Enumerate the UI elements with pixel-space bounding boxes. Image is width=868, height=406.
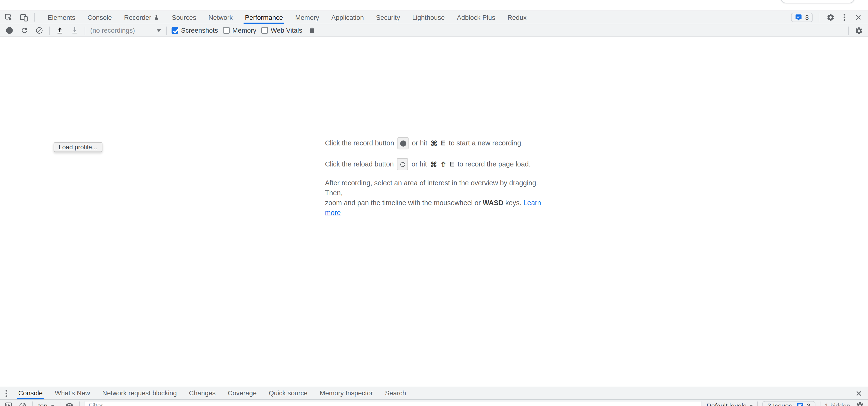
performance-panel: Load profile... Click the record button …: [0, 137, 868, 387]
record-button[interactable]: [4, 25, 14, 35]
issues-counter-button[interactable]: 3: [791, 13, 812, 22]
devtools-window: Elements Console Recorder Sources Networ…: [0, 0, 868, 406]
reload-instruction-row: Click the reload button or hit ⌘ ⇧ E to …: [325, 158, 543, 170]
close-drawer-icon[interactable]: [855, 387, 868, 399]
tabbar-tools: [0, 11, 37, 24]
shift-key-glyph: ⇧: [440, 160, 446, 168]
performance-landing-instructions: Click the record button or hit ⌘ E to st…: [325, 137, 543, 218]
cmd-key-glyph: ⌘: [431, 139, 438, 147]
log-levels-select[interactable]: Default levels: [707, 402, 753, 406]
separator: [34, 13, 35, 22]
settings-gear-icon[interactable]: [826, 12, 835, 22]
wasd-keys: WASD: [483, 199, 503, 207]
performance-toolbar: (no recordings) Screenshots Memory Web V…: [0, 25, 868, 37]
memory-checkbox[interactable]: Memory: [223, 27, 256, 34]
cmd-key-glyph: ⌘: [430, 160, 437, 168]
separator: [166, 26, 166, 35]
checkbox-unchecked-icon: [223, 27, 229, 34]
record-button-illustration[interactable]: [397, 137, 409, 149]
console-filter-input[interactable]: [84, 401, 702, 406]
garbage-collect-icon[interactable]: [307, 25, 317, 35]
drawer-tabbar: Console What's New Network request block…: [0, 387, 868, 400]
separator: [79, 401, 80, 406]
e-key-glyph: E: [450, 161, 454, 168]
close-devtools-icon[interactable]: [853, 12, 863, 22]
device-toolbar-icon[interactable]: [19, 12, 29, 22]
console-toolbar: top Default levels 3 Issues: 3 1 hidden: [0, 400, 868, 406]
drawer-tab-memory-inspector[interactable]: Memory Inspector: [314, 387, 379, 399]
screenshots-checkbox[interactable]: Screenshots: [172, 27, 218, 34]
chevron-down-icon: [157, 29, 161, 32]
recordings-select[interactable]: (no recordings): [90, 27, 161, 34]
drawer-menu-icon[interactable]: [0, 387, 12, 399]
clear-console-icon[interactable]: [18, 401, 28, 406]
drawer-tab-changes[interactable]: Changes: [183, 387, 222, 399]
separator: [819, 13, 819, 22]
javascript-context-select[interactable]: top: [37, 402, 55, 406]
record-instruction-row: Click the record button or hit ⌘ E to st…: [325, 137, 543, 149]
checkbox-unchecked-icon: [261, 27, 268, 34]
reload-and-record-button[interactable]: [20, 25, 29, 35]
inspect-element-icon[interactable]: [3, 12, 13, 22]
chevron-down-icon: [750, 405, 753, 406]
issues-bubble-icon: [795, 14, 802, 21]
usage-hint-paragraph: After recording, select an area of inter…: [325, 178, 543, 218]
tab-adblock-plus[interactable]: Adblock Plus: [451, 11, 501, 24]
web-vitals-checkbox[interactable]: Web Vitals: [261, 27, 302, 34]
panel-tabs: Elements Console Recorder Sources Networ…: [41, 11, 533, 24]
record-dot-icon: [6, 27, 12, 34]
tabbar-right-controls: 3: [791, 11, 868, 24]
live-expression-eye-icon[interactable]: [65, 401, 74, 406]
page-top-strip: [0, 0, 868, 10]
separator: [848, 26, 848, 35]
separator: [32, 401, 33, 406]
tab-memory[interactable]: Memory: [289, 11, 325, 24]
tab-performance[interactable]: Performance: [239, 11, 289, 24]
tab-elements[interactable]: Elements: [41, 11, 82, 24]
drawer-tab-console[interactable]: Console: [12, 387, 49, 399]
issues-count: 3: [807, 402, 810, 406]
reload-button-illustration[interactable]: [397, 158, 408, 170]
tab-redux[interactable]: Redux: [501, 11, 533, 24]
chevron-down-icon: [51, 405, 54, 406]
load-profile-tooltip: Load profile...: [54, 142, 102, 152]
separator: [757, 401, 758, 406]
issues-count: 3: [805, 13, 809, 21]
separator: [60, 401, 60, 406]
drawer-tabs: Console What's New Network request block…: [12, 387, 412, 399]
tab-recorder[interactable]: Recorder: [118, 11, 166, 24]
record-dot-icon: [400, 140, 406, 146]
tab-lighthouse[interactable]: Lighthouse: [406, 11, 451, 24]
checkbox-checked-icon: [172, 27, 178, 34]
tab-console[interactable]: Console: [82, 11, 118, 24]
devtools-tabbar: Elements Console Recorder Sources Networ…: [0, 10, 868, 24]
tab-sources[interactable]: Sources: [166, 11, 202, 24]
tab-security[interactable]: Security: [370, 11, 406, 24]
e-key-glyph: E: [441, 139, 445, 147]
console-sidebar-toggle-icon[interactable]: [3, 401, 13, 406]
save-profile-icon: [70, 25, 80, 35]
experiment-flask-icon: [154, 14, 160, 21]
drawer-tab-search[interactable]: Search: [379, 387, 412, 399]
browser-popup-fragment: [781, 0, 855, 3]
load-profile-icon[interactable]: [55, 25, 65, 35]
drawer-tab-network-request-blocking[interactable]: Network request blocking: [96, 387, 183, 399]
separator: [820, 401, 820, 406]
drawer-tab-quick-source[interactable]: Quick source: [263, 387, 314, 399]
drawer-tab-coverage[interactable]: Coverage: [222, 387, 262, 399]
more-options-icon[interactable]: [841, 14, 847, 21]
tab-network[interactable]: Network: [202, 11, 239, 24]
tab-application[interactable]: Application: [325, 11, 370, 24]
drawer-tab-whats-new[interactable]: What's New: [49, 387, 96, 399]
separator: [85, 26, 85, 35]
capture-settings-gear-icon[interactable]: [854, 25, 864, 35]
console-settings-gear-icon[interactable]: [855, 401, 865, 406]
clear-recording-icon[interactable]: [34, 25, 44, 35]
console-issues-button[interactable]: 3 Issues: 3: [763, 401, 815, 406]
separator: [49, 26, 50, 35]
issues-bubble-icon: [797, 402, 804, 406]
hidden-messages-count: 1 hidden: [825, 402, 850, 406]
